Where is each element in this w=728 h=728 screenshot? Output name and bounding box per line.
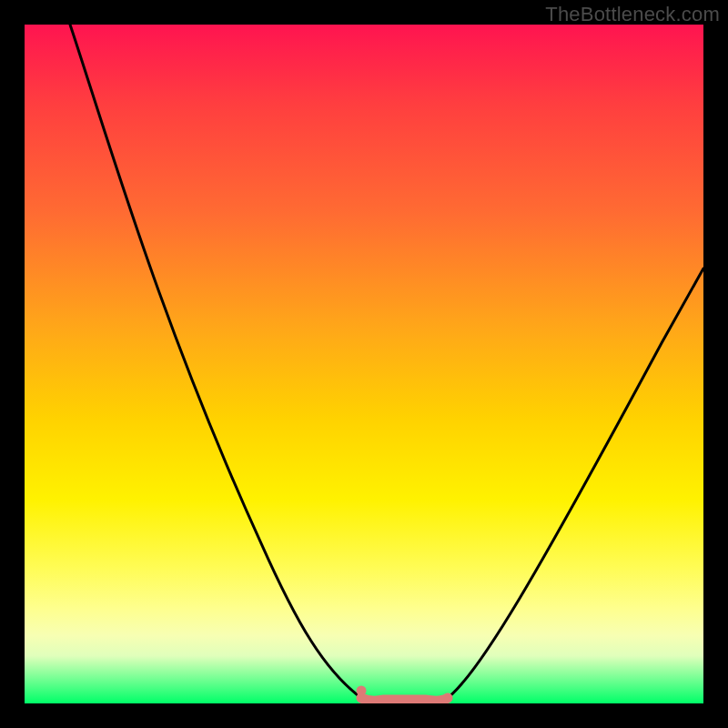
curve-svg [25,25,703,703]
watermark-text: TheBottleneck.com [545,3,720,26]
bottleneck-curve [70,25,703,700]
flat-segment-marker [361,698,448,701]
chart-area [25,25,703,703]
marker-point [357,686,367,696]
